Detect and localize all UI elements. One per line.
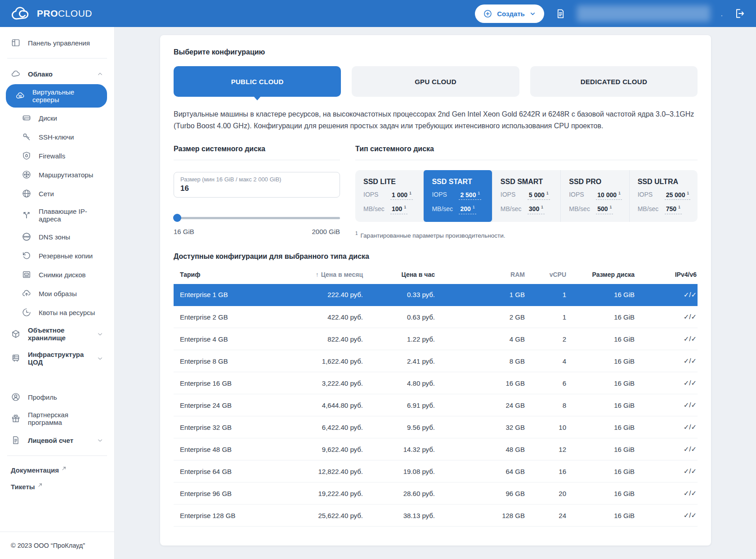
cell-ram[interactable]: 1 GB bbox=[436, 284, 526, 306]
cell-tariff[interactable]: Enterprise 32 GB bbox=[174, 416, 249, 438]
cell-disk-size[interactable]: 16 GiB bbox=[567, 328, 635, 350]
cell-price-month[interactable]: 822.40 руб. bbox=[249, 328, 364, 350]
cell-tariff[interactable]: Enterprise 48 GB bbox=[174, 438, 249, 460]
disk-type-option-ssd-pro[interactable]: SSD PRO IOPS10 000 1 MB/sec500 1 bbox=[560, 170, 629, 222]
cell-price-hour[interactable]: 9.56 руб. bbox=[364, 416, 436, 438]
cell-tariff[interactable]: Enterprise 16 GB bbox=[174, 372, 249, 394]
sidebar-item-my-images[interactable]: Мои образы bbox=[0, 284, 114, 303]
cell-price-month[interactable]: 422.40 руб. bbox=[249, 306, 364, 328]
cell-ram[interactable]: 4 GB bbox=[436, 328, 526, 350]
cell-ram[interactable]: 128 GB bbox=[436, 505, 526, 527]
table-row[interactable]: Enterprise 64 GB 12,822.40 руб. 19.08 ру… bbox=[174, 460, 698, 482]
cell-vcpu[interactable]: 16 bbox=[526, 460, 567, 482]
tab-dedicated-cloud[interactable]: DEDICATED CLOUD bbox=[530, 66, 698, 97]
cell-ipv4-v6[interactable]: ✓/✓ bbox=[635, 482, 698, 505]
cell-ram[interactable]: 2 GB bbox=[436, 306, 526, 328]
cell-disk-size[interactable]: 16 GiB bbox=[567, 416, 635, 438]
cell-tariff[interactable]: Enterprise 24 GB bbox=[174, 394, 249, 416]
cell-ram[interactable]: 96 GB bbox=[436, 482, 526, 505]
cell-tariff[interactable]: Enterprise 64 GB bbox=[174, 460, 249, 482]
column-header-ipv4-v6[interactable]: IPv4/v6 bbox=[635, 265, 698, 284]
cell-vcpu[interactable]: 1 bbox=[526, 284, 567, 306]
cell-price-hour[interactable]: 1.22 руб. bbox=[364, 328, 436, 350]
sidebar-item-routers[interactable]: Маршрутизаторы bbox=[0, 165, 114, 184]
cell-price-hour[interactable]: 19.08 руб. bbox=[364, 460, 436, 482]
cell-ipv4-v6[interactable]: ✓/✓ bbox=[635, 328, 698, 350]
column-header-ram[interactable]: RAM bbox=[436, 265, 526, 284]
cell-disk-size[interactable]: 16 GiB bbox=[567, 505, 635, 527]
sidebar-item-disk-snapshots[interactable]: Снимки дисков bbox=[0, 265, 114, 284]
sidebar-section-object-storage[interactable]: Объектное хранилище bbox=[0, 322, 114, 346]
sidebar-item-partner-program[interactable]: Партнерская программа bbox=[0, 406, 114, 431]
cell-price-hour[interactable]: 0.63 руб. bbox=[364, 306, 436, 328]
sidebar-item-dashboard[interactable]: Панель управления bbox=[0, 33, 114, 52]
sidebar-item-firewalls[interactable]: Firewalls bbox=[0, 146, 114, 165]
cell-ipv4-v6[interactable]: ✓/✓ bbox=[635, 284, 698, 306]
cell-price-month[interactable]: 222.40 руб. bbox=[249, 284, 364, 306]
table-row[interactable]: Enterprise 2 GB 422.40 руб. 0.63 руб. 2 … bbox=[174, 306, 698, 328]
table-row[interactable]: Enterprise 32 GB 6,422.40 руб. 9.56 руб.… bbox=[174, 416, 698, 438]
sidebar-item-profile[interactable]: Профиль bbox=[0, 388, 114, 406]
cell-price-month[interactable]: 19,222.40 руб. bbox=[249, 482, 364, 505]
table-row[interactable]: Enterprise 8 GB 1,622.40 руб. 2.41 руб. … bbox=[174, 350, 698, 372]
column-header-vcpu[interactable]: vCPU bbox=[526, 265, 567, 284]
sidebar-item-networks[interactable]: Сети bbox=[0, 184, 114, 203]
column-header-размер-диска[interactable]: Размер диска bbox=[567, 265, 635, 284]
table-row[interactable]: Enterprise 96 GB 19,222.40 руб. 28.60 ру… bbox=[174, 482, 698, 505]
sidebar-item-backups[interactable]: Резервные копии bbox=[0, 246, 114, 265]
cell-vcpu[interactable]: 20 bbox=[526, 482, 567, 505]
sidebar-item-dns-zones[interactable]: DNSDNS зоны bbox=[0, 227, 114, 246]
cell-ipv4-v6[interactable]: ✓/✓ bbox=[635, 350, 698, 372]
logout-icon[interactable] bbox=[734, 8, 745, 19]
cell-disk-size[interactable]: 16 GiB bbox=[567, 306, 635, 328]
cell-ram[interactable]: 24 GB bbox=[436, 394, 526, 416]
cell-price-hour[interactable]: 6.91 руб. bbox=[364, 394, 436, 416]
cell-ram[interactable]: 32 GB bbox=[436, 416, 526, 438]
cell-price-month[interactable]: 25,622.40 руб. bbox=[249, 505, 364, 527]
sidebar-section-billing[interactable]: Лицевой счет bbox=[0, 431, 114, 450]
cell-tariff[interactable]: Enterprise 96 GB bbox=[174, 482, 249, 505]
cell-disk-size[interactable]: 16 GiB bbox=[567, 372, 635, 394]
tab-gpu-cloud[interactable]: GPU CLOUD bbox=[352, 66, 519, 97]
cell-tariff[interactable]: Enterprise 1 GB bbox=[174, 284, 249, 306]
cell-vcpu[interactable]: 6 bbox=[526, 372, 567, 394]
table-row[interactable]: Enterprise 1 GB 222.40 руб. 0.33 руб. 1 … bbox=[174, 284, 698, 306]
disk-type-option-ssd-start[interactable]: SSD START IOPS2 500 1 MB/sec200 1 bbox=[423, 170, 492, 222]
cell-tariff[interactable]: Enterprise 8 GB bbox=[174, 350, 249, 372]
cell-vcpu[interactable]: 12 bbox=[526, 438, 567, 460]
cell-disk-size[interactable]: 16 GiB bbox=[567, 482, 635, 505]
cell-tariff[interactable]: Enterprise 128 GB bbox=[174, 505, 249, 527]
cell-ipv4-v6[interactable]: ✓/✓ bbox=[635, 306, 698, 328]
disk-type-option-ssd-smart[interactable]: SSD SMART IOPS5 000 1 MB/sec300 1 bbox=[492, 170, 560, 222]
cell-price-hour[interactable]: 28.60 руб. bbox=[364, 482, 436, 505]
cell-price-hour[interactable]: 38.13 руб. bbox=[364, 505, 436, 527]
cell-vcpu[interactable]: 24 bbox=[526, 505, 567, 527]
cell-ipv4-v6[interactable]: ✓/✓ bbox=[635, 372, 698, 394]
sidebar-link-tickets[interactable]: Тикеты bbox=[0, 478, 114, 495]
cell-price-hour[interactable]: 4.80 руб. bbox=[364, 372, 436, 394]
cell-vcpu[interactable]: 8 bbox=[526, 394, 567, 416]
cell-price-month[interactable]: 6,422.40 руб. bbox=[249, 416, 364, 438]
column-header-цена-в-час[interactable]: Цена в час bbox=[364, 265, 436, 284]
cell-price-month[interactable]: 3,222.40 руб. bbox=[249, 372, 364, 394]
table-row[interactable]: Enterprise 128 GB 25,622.40 руб. 38.13 р… bbox=[174, 505, 698, 527]
cell-price-hour[interactable]: 2.41 руб. bbox=[364, 350, 436, 372]
cell-ipv4-v6[interactable]: ✓/✓ bbox=[635, 394, 698, 416]
create-button[interactable]: Создать bbox=[475, 5, 544, 23]
slider-track[interactable] bbox=[174, 217, 340, 219]
cell-tariff[interactable]: Enterprise 4 GB bbox=[174, 328, 249, 350]
cell-ram[interactable]: 48 GB bbox=[436, 438, 526, 460]
sidebar-item-ssh-keys[interactable]: SSH-ключи bbox=[0, 127, 114, 146]
cell-disk-size[interactable]: 16 GiB bbox=[567, 460, 635, 482]
disk-type-option-ssd-lite[interactable]: SSD LITE IOPS1 000 1 MB/sec100 1 bbox=[355, 170, 423, 222]
cell-ram[interactable]: 16 GB bbox=[436, 372, 526, 394]
sidebar-item-floating-ips[interactable]: Плавающие IP-адреса bbox=[0, 203, 114, 227]
cell-tariff[interactable]: Enterprise 2 GB bbox=[174, 306, 249, 328]
cell-price-month[interactable]: 12,822.40 руб. bbox=[249, 460, 364, 482]
cell-vcpu[interactable]: 2 bbox=[526, 328, 567, 350]
sidebar-item-virtual-servers[interactable]: Виртуальные серверы bbox=[6, 84, 107, 108]
sidebar-item-resource-quotas[interactable]: Квоты на ресурсы bbox=[0, 303, 114, 322]
table-row[interactable]: Enterprise 16 GB 3,222.40 руб. 4.80 руб.… bbox=[174, 372, 698, 394]
cell-disk-size[interactable]: 16 GiB bbox=[567, 438, 635, 460]
table-row[interactable]: Enterprise 48 GB 9,622.40 руб. 14.32 руб… bbox=[174, 438, 698, 460]
